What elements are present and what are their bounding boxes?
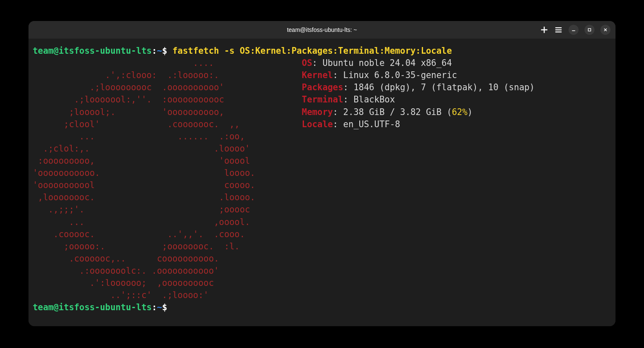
new-tab-button[interactable] [540, 26, 548, 34]
ascii-logo-line: ..';::c' .;loooo:' [33, 290, 286, 300]
info-value: BlackBox [353, 94, 395, 105]
prompt-user-2: team [33, 302, 53, 312]
close-button[interactable] [600, 25, 610, 35]
ascii-logo-line: ,loooooooc. .loooo. [33, 192, 286, 202]
info-key: Terminal [302, 94, 343, 105]
terminal-window: team@itsfoss-ubuntu-lts: ~ [29, 21, 615, 326]
prompt-path: ~ [157, 46, 162, 56]
info-value: 1846 (dpkg), 7 (flatpak), 10 (snap) [353, 82, 535, 92]
info-value: en_US.UTF-8 [343, 119, 400, 129]
ascii-logo-line: ;ooooo:. ;oooooooc. :l. [33, 241, 286, 251]
ascii-logo-line: :ooooooooo, 'ooool [33, 156, 286, 166]
info-key: Packages [302, 82, 343, 92]
info-key: Memory [302, 107, 333, 117]
hamburger-menu-button[interactable] [554, 26, 563, 34]
ascii-logo-line: ... ,ooool. [33, 217, 286, 227]
ascii-logo-line: .:ooooooolc:. .ooooooooooo' [33, 266, 286, 276]
ascii-logo-line: ;looool;. 'oooooooooo, [33, 107, 286, 117]
info-value: 2.38 GiB / 3.82 GiB ( [343, 107, 452, 117]
prompt-colon: : [152, 46, 157, 56]
svg-rect-6 [588, 29, 591, 31]
ascii-logo-line: .,;;;'. ;ooooc [33, 204, 286, 215]
ascii-logo-line: 'ooooooooool coooo. [33, 180, 286, 190]
ascii-logo-line: .;looooooooc .oooooooooo' [33, 82, 286, 92]
window-controls [540, 25, 610, 35]
ascii-logo-line: ... ...... .:oo, [33, 131, 286, 141]
info-key: OS [302, 58, 312, 68]
ascii-logo-line: .coooooc,.. coooooooooo. [33, 254, 286, 264]
ascii-logo-line: .',:clooo: .:looooo:. [33, 70, 286, 80]
ascii-logo-line: .cooooc. ..',,'. .cooo. [33, 229, 286, 239]
fastfetch-output: .... OS: Ubuntu noble 24.04 x86_64 .',:c… [33, 57, 611, 301]
ascii-logo-line: ;clool' .cooooooc. ,, [33, 119, 286, 129]
prompt-dollar: $ [162, 46, 173, 56]
prompt-user: team [33, 46, 53, 56]
maximize-button[interactable] [584, 25, 595, 35]
prompt-at-2: @ [53, 302, 58, 312]
prompt-at: @ [53, 46, 58, 56]
info-value: Linux 6.8.0-35-generic [343, 70, 457, 80]
terminal-body[interactable]: team@itsfoss-ubuntu-lts:~$ fastfetch -s … [29, 39, 615, 326]
prompt-colon-2: : [152, 302, 157, 312]
window-title: team@itsfoss-ubuntu-lts: ~ [287, 26, 357, 33]
minimize-button[interactable] [569, 25, 579, 35]
ascii-logo-line: .;looooool:,''. :ooooooooooc [33, 94, 286, 105]
titlebar: team@itsfoss-ubuntu-lts: ~ [29, 21, 615, 39]
info-key: Locale [302, 119, 333, 129]
info-highlight: 62% [452, 107, 467, 117]
ascii-logo-line: .':loooooo; ,oooooooooc [33, 278, 286, 288]
ascii-logo-line: .;clol:,. .loooo' [33, 144, 286, 154]
prompt-host: itsfoss-ubuntu-lts [59, 46, 152, 56]
ascii-logo-line: 'ooooooooooo. loooo. [33, 168, 286, 178]
info-key: Kernel [302, 70, 333, 80]
command-text: fastfetch -s OS:Kernel:Packages:Terminal… [172, 46, 452, 56]
prompt-dollar-2: $ [162, 302, 173, 312]
ascii-logo-line: .... [33, 58, 286, 68]
prompt-host-2: itsfoss-ubuntu-lts [59, 302, 152, 312]
prompt-path-2: ~ [157, 302, 162, 312]
info-value: Ubuntu noble 24.04 x86_64 [322, 58, 452, 68]
